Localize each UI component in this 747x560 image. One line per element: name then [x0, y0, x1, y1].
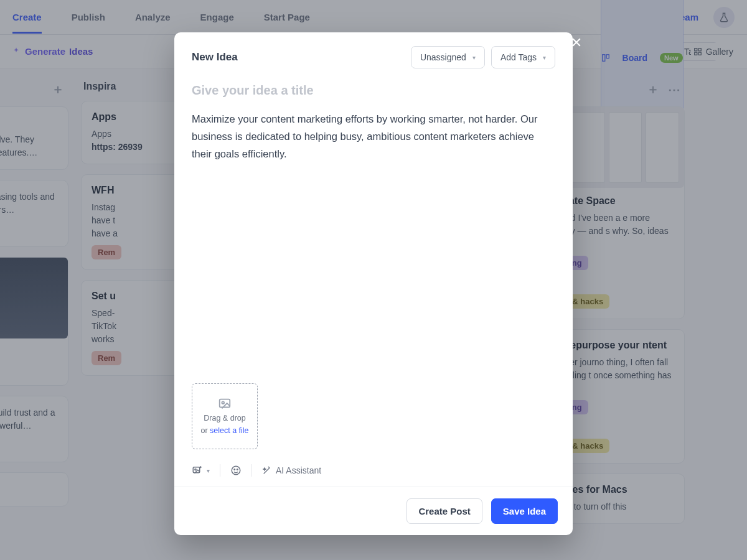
select-file-link[interactable]: select a file — [210, 426, 249, 435]
chevron-down-icon: ▾ — [207, 467, 210, 474]
media-picker-button[interactable]: ▾ — [192, 465, 210, 476]
image-plus-icon — [192, 465, 203, 476]
add-tags-dropdown[interactable]: Add Tags ▾ — [491, 46, 555, 68]
svg-point-12 — [232, 466, 240, 475]
chevron-down-icon: ▾ — [472, 54, 476, 61]
svg-point-9 — [222, 401, 224, 404]
toolbar-divider — [251, 464, 252, 477]
create-post-button[interactable]: Create Post — [406, 498, 482, 524]
add-tags-label: Add Tags — [500, 52, 537, 62]
assignee-dropdown[interactable]: Unassigned ▾ — [411, 46, 485, 68]
save-idea-button[interactable]: Save Idea — [491, 498, 558, 524]
media-dropzone[interactable]: Drag & drop or select a file — [192, 383, 258, 449]
svg-point-14 — [237, 469, 238, 470]
dropzone-line1: Drag & drop — [204, 413, 245, 423]
toolbar-divider — [220, 464, 220, 477]
idea-title-input[interactable] — [192, 83, 555, 98]
chevron-down-icon: ▾ — [543, 54, 546, 61]
wand-icon — [262, 465, 272, 475]
idea-description-input[interactable]: Maximize your content marketing efforts … — [192, 110, 555, 297]
image-icon — [218, 397, 232, 411]
svg-point-13 — [234, 469, 235, 470]
ai-assistant-button[interactable]: AI Assistant — [262, 465, 321, 475]
assignee-label: Unassigned — [420, 52, 466, 62]
ai-assistant-label: AI Assistant — [276, 465, 321, 475]
svg-point-11 — [195, 469, 196, 470]
close-icon — [570, 36, 583, 49]
emoji-icon — [230, 465, 242, 476]
emoji-picker-button[interactable] — [230, 465, 242, 476]
modal-title: New Idea — [192, 51, 238, 63]
editor-toolbar: ▾ AI Assistant — [192, 460, 555, 487]
close-modal-button[interactable] — [570, 36, 583, 49]
new-idea-modal: New Idea Unassigned ▾ Add Tags ▾ Maximiz… — [174, 32, 573, 535]
dropzone-line2: or select a file — [200, 426, 248, 436]
